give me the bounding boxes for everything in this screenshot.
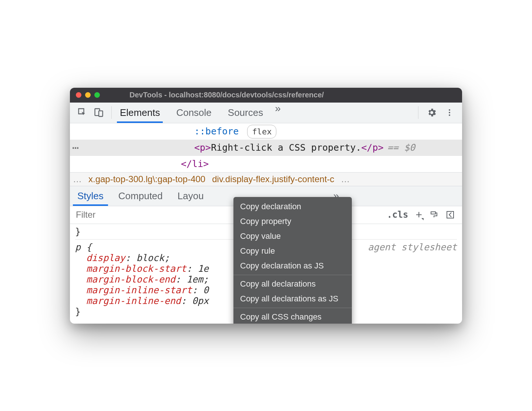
titlebar: DevTools - localhost:8080/docs/devtools/…: [70, 88, 462, 103]
menu-copy-property[interactable]: Copy property: [233, 214, 352, 229]
menu-copy-all-declarations[interactable]: Copy all declarations: [233, 277, 352, 291]
menu-copy-all-css-changes[interactable]: Copy all CSS changes: [233, 310, 352, 324]
rule-selector[interactable]: p {: [75, 242, 92, 253]
close-window-icon[interactable]: [76, 92, 81, 98]
dom-selected-row[interactable]: ⋯ <p>Right-click a CSS property.</p> == …: [70, 140, 462, 156]
gear-icon[interactable]: [427, 107, 437, 118]
pseudo-element: ::before: [194, 126, 239, 137]
svg-point-4: [449, 114, 450, 116]
maximize-window-icon[interactable]: [94, 92, 100, 98]
menu-copy-declaration[interactable]: Copy declaration: [233, 199, 352, 214]
main-tabs: Elements Console Sources »: [112, 103, 284, 123]
dom-pseudo-row[interactable]: ::before flex: [70, 123, 462, 140]
device-toggle-icon[interactable]: [94, 107, 104, 118]
tab-elements[interactable]: Elements: [112, 103, 168, 123]
close-tag: </p>: [361, 140, 384, 155]
traffic-lights: [76, 92, 100, 98]
breadcrumb-ellipsis[interactable]: …: [73, 174, 82, 184]
menu-separator: [233, 275, 352, 275]
breadcrumbs: … x.gap-top-300.lg\:gap-top-400 div.disp…: [70, 172, 462, 186]
subtab-computed[interactable]: Computed: [111, 186, 170, 206]
breadcrumb-ellipsis[interactable]: …: [341, 174, 350, 184]
subtab-styles[interactable]: Styles: [70, 186, 111, 206]
menu-copy-all-declarations-js[interactable]: Copy all declarations as JS: [233, 291, 352, 306]
tab-sources[interactable]: Sources: [220, 103, 271, 123]
window-title: DevTools - localhost:8080/docs/devtools/…: [129, 91, 324, 99]
inspect-icon[interactable]: [77, 107, 88, 118]
computed-panel-icon[interactable]: [446, 210, 455, 219]
new-rule-button[interactable]: +: [415, 208, 422, 221]
cls-toggle[interactable]: .cls: [387, 210, 408, 220]
tab-console[interactable]: Console: [168, 103, 219, 123]
devtools-window: DevTools - localhost:8080/docs/devtools/…: [70, 88, 462, 324]
menu-separator: [233, 308, 352, 308]
layout-badge[interactable]: flex: [247, 125, 276, 138]
menu-copy-rule[interactable]: Copy rule: [233, 244, 352, 258]
separator: [418, 106, 418, 119]
svg-rect-1: [99, 111, 103, 116]
rule-source[interactable]: agent stylesheet: [368, 242, 457, 253]
context-menu: Copy declaration Copy property Copy valu…: [233, 197, 352, 324]
main-toolbar: Elements Console Sources »: [70, 103, 462, 123]
dom-text: Right-click a CSS property.: [211, 140, 361, 155]
menu-copy-value[interactable]: Copy value: [233, 229, 352, 244]
closing-tag: </li>: [181, 158, 209, 169]
svg-point-2: [449, 109, 450, 111]
more-tabs-icon[interactable]: »: [271, 103, 284, 123]
breadcrumb-item[interactable]: div.display-flex.justify-content-c: [212, 174, 334, 184]
subtab-layout[interactable]: Layou: [170, 186, 211, 206]
dom-closing-row[interactable]: </li>: [70, 156, 462, 172]
svg-rect-5: [447, 211, 454, 218]
svg-point-3: [449, 112, 450, 113]
dom-tree: ::before flex ⋯ <p>Right-click a CSS pro…: [70, 123, 462, 172]
kebab-menu-icon[interactable]: [445, 108, 454, 117]
minimize-window-icon[interactable]: [85, 92, 91, 98]
paint-icon[interactable]: [430, 210, 438, 219]
menu-copy-declaration-js[interactable]: Copy declaration as JS: [233, 258, 352, 273]
open-tag: <p>: [194, 140, 211, 155]
console-ref: == $0: [387, 140, 415, 155]
breadcrumb-item[interactable]: x.gap-top-300.lg\:gap-top-400: [88, 174, 205, 184]
